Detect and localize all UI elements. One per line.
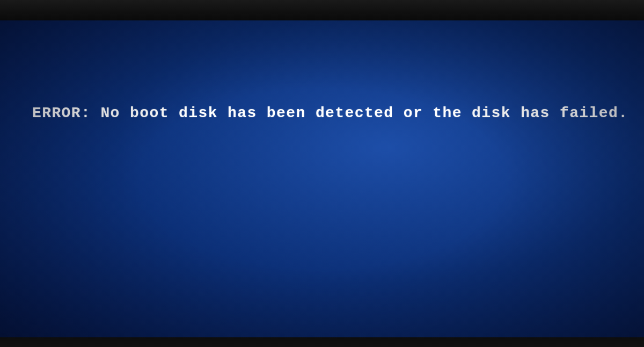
top-bezel (0, 0, 644, 20)
boot-error-message: ERROR: No boot disk has been detected or… (32, 104, 623, 123)
screen-wrapper: ERROR: No boot disk has been detected or… (0, 0, 644, 347)
bsod-screen: ERROR: No boot disk has been detected or… (0, 20, 644, 337)
bottom-bezel (0, 337, 644, 347)
error-text-container: ERROR: No boot disk has been detected or… (32, 104, 623, 123)
